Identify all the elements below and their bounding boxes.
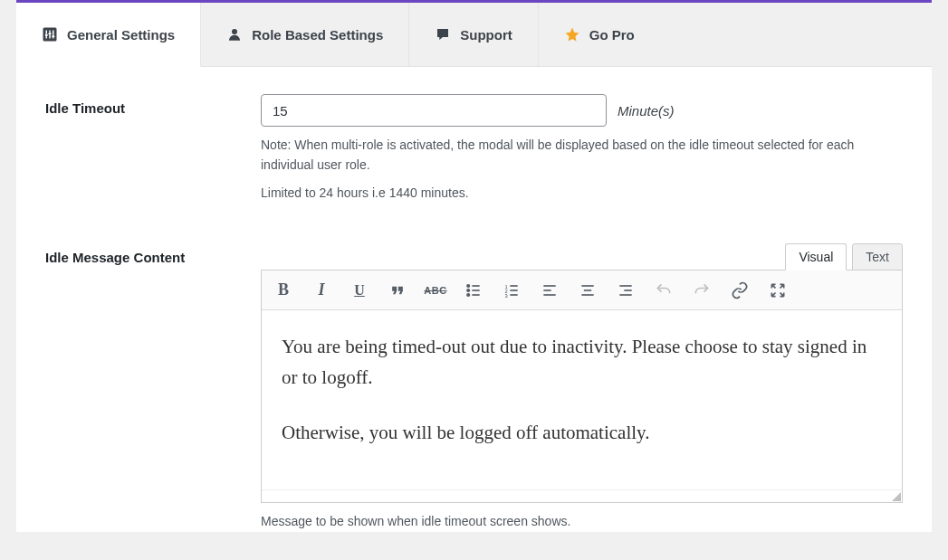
resize-handle[interactable]: [262, 489, 902, 502]
idle-timeout-label: Idle Timeout: [45, 94, 261, 116]
sliders-icon: [42, 26, 58, 43]
idle-message-help: Message to be shown when idle timeout sc…: [261, 512, 903, 532]
user-icon: [226, 26, 243, 43]
settings-panel: Idle Timeout Minute(s) Note: When multi-…: [16, 67, 932, 532]
editor-tab-text[interactable]: Text: [852, 243, 903, 271]
tab-label: Support: [460, 27, 512, 43]
svg-point-3: [52, 35, 54, 38]
align-left-button[interactable]: [537, 278, 562, 303]
svg-text:3: 3: [505, 292, 508, 298]
link-button[interactable]: [727, 278, 752, 303]
tab-go-pro[interactable]: Go Pro: [539, 3, 660, 66]
message-paragraph: You are being timed-out out due to inact…: [282, 332, 882, 393]
idle-timeout-limit: Limited to 24 hours i.e 1440 minutes.: [261, 184, 903, 204]
settings-tabs: General Settings Role Based Settings Sup…: [16, 0, 932, 67]
underline-button[interactable]: U: [347, 278, 372, 303]
fullscreen-button[interactable]: [765, 278, 790, 303]
tab-role-based-settings[interactable]: Role Based Settings: [201, 3, 409, 66]
svg-point-2: [49, 33, 52, 35]
idle-timeout-note: Note: When multi-role is activated, the …: [261, 136, 903, 175]
tab-support[interactable]: Support: [409, 3, 539, 66]
tab-label: Go Pro: [589, 27, 635, 43]
idle-timeout-input[interactable]: [261, 94, 607, 127]
editor-tab-visual[interactable]: Visual: [785, 243, 847, 271]
idle-message-label: Idle Message Content: [45, 243, 261, 265]
tab-general-settings[interactable]: General Settings: [16, 3, 201, 67]
chat-icon: [435, 26, 451, 43]
tab-label: General Settings: [67, 27, 175, 43]
svg-point-1: [45, 33, 48, 36]
italic-button[interactable]: I: [309, 278, 334, 303]
svg-point-7: [467, 293, 470, 296]
editor-toolbar: B I U ABC 123: [262, 271, 902, 310]
strikethrough-button[interactable]: ABC: [423, 278, 448, 303]
svg-point-6: [467, 289, 470, 291]
blockquote-button[interactable]: [385, 278, 410, 303]
numbered-list-button[interactable]: 123: [499, 278, 524, 303]
align-center-button[interactable]: [575, 278, 600, 303]
redo-button[interactable]: [689, 278, 714, 303]
svg-point-5: [467, 284, 470, 287]
bold-button[interactable]: B: [271, 278, 296, 303]
undo-button[interactable]: [651, 278, 676, 303]
rich-text-editor: B I U ABC 123: [261, 270, 903, 503]
tab-label: Role Based Settings: [252, 27, 383, 43]
bullet-list-button[interactable]: [461, 278, 486, 303]
svg-point-4: [232, 29, 237, 34]
editor-content[interactable]: You are being timed-out out due to inact…: [262, 310, 902, 489]
idle-timeout-unit: Minute(s): [618, 103, 675, 119]
align-right-button[interactable]: [613, 278, 638, 303]
star-icon: [564, 26, 580, 43]
message-paragraph: Otherwise, you will be logged off automa…: [282, 418, 882, 449]
editor-mode-tabs: Visual Text: [261, 243, 903, 271]
